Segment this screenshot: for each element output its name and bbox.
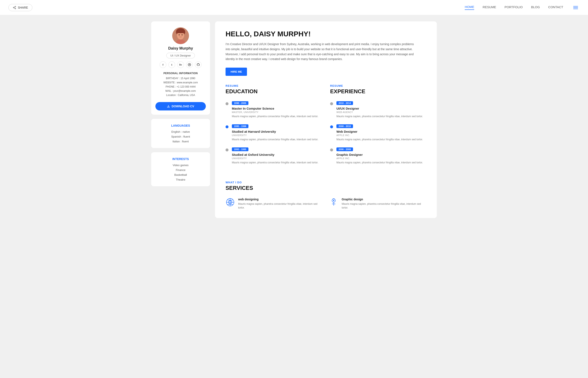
education-item-2: 1993 - 1995 Studied at Oxford University… [226, 147, 322, 164]
service-graphic-desc: Mauris magna sapien, pharetra consectetu… [342, 202, 426, 210]
exp-dot-2 [330, 148, 333, 151]
exp-badge-2: 2006 - 2008 [336, 148, 353, 151]
education-title: EDUCATION [226, 88, 322, 95]
exp-desc-1: Mauris magna sapien, pharetra consectetu… [336, 137, 426, 141]
timeline-content-0: 1998 - 2005 Master In Computer Science M… [232, 101, 322, 118]
language-english: English : native [171, 130, 190, 133]
svg-line-4 [14, 7, 15, 7]
exp-desc-0: Mauris magna sapien, pharetra consectetu… [336, 114, 426, 118]
svg-point-0 [15, 6, 16, 7]
experience-label: RESUME [330, 84, 426, 87]
exp-content-2: 2006 - 2008 Graphic Designer Apple Inc. … [336, 147, 426, 164]
github-icon[interactable] [195, 61, 201, 68]
profile-name: Daisy Murphy [168, 46, 193, 51]
exp-role-1: Web Designer [336, 130, 426, 133]
nav-portfolio[interactable]: PORTFOLIO [505, 5, 523, 10]
hamburger-menu[interactable] [572, 4, 580, 11]
svg-point-1 [13, 7, 14, 8]
service-web-design: web designing Mauris magna sapien, phare… [226, 198, 323, 210]
education-label: RESUME [226, 84, 322, 87]
experience-item-2: 2006 - 2008 Graphic Designer Apple Inc. … [330, 147, 426, 164]
share-icon [13, 6, 16, 9]
exp-content-1: 2008 - 2010 Web Designer Apple Inc. Maur… [336, 124, 426, 141]
hamburger-line-1 [573, 6, 578, 7]
exp-sub-0: Web Agency [336, 111, 426, 113]
interests-title: INTERESTS [173, 157, 189, 161]
exp-dot-1 [330, 125, 333, 128]
edu-desc-1: Mauris magna sapien, pharetra consectetu… [232, 137, 322, 141]
service-web-info: web designing Mauris magna sapien, phare… [238, 198, 323, 210]
share-button[interactable]: SHARE [8, 4, 32, 11]
dribbble-icon[interactable] [186, 61, 193, 68]
svg-point-9 [179, 34, 180, 36]
exp-dot-0 [330, 102, 333, 105]
exp-role-0: UI/UX Designer [336, 107, 426, 110]
main-content: HELLO, DAISY MURPHY! I'm Creative Direct… [215, 21, 437, 218]
interest-finance: Finance [176, 168, 186, 172]
hello-title: HELLO, DAISY MURPHY! [226, 30, 426, 38]
layout: Daisy Murphy UI / UX Designer f t Be PER… [147, 15, 441, 224]
edu-sub-2: UNIVERSITY [232, 157, 322, 160]
language-italian: Italian : fluent [173, 140, 188, 143]
interests-card: INTERESTS Video games Finance Basketball… [151, 152, 210, 186]
birthday-info: BIRTHDAY : 15 April 1990 [155, 77, 206, 80]
svg-point-2 [15, 8, 16, 9]
service-web-desc: Mauris magna sapien, pharetra consectetu… [238, 202, 323, 210]
topnav: SHARE HOME RESUME PORTFOLIO BLOG CONTACT [0, 0, 588, 15]
resume-grid: RESUME EDUCATION 1998 - 2005 Master In C… [226, 84, 426, 170]
services-title: SERVICES [226, 185, 426, 191]
phone-info: PHONE : +1 123 000 4444 [155, 85, 206, 88]
share-label: SHARE [18, 6, 28, 9]
hamburger-line-2 [573, 7, 578, 8]
experience-item-0: 2010 - 2014 UI/UX Designer Web Agency Ma… [330, 101, 426, 118]
service-graphic-name: Graphic design [342, 198, 426, 201]
timeline-content-2: 1993 - 1995 Studied at Oxford University… [232, 147, 322, 164]
nav-home[interactable]: HOME [465, 5, 474, 10]
website-info: WEBSITE : www.example.com [155, 81, 206, 84]
profile-card: Daisy Murphy UI / UX Designer f t Be PER… [151, 21, 210, 115]
exp-badge-0: 2010 - 2014 [336, 101, 353, 105]
twitter-icon[interactable]: t [168, 61, 175, 68]
svg-line-3 [14, 8, 15, 8]
interest-videogames: Video games [173, 163, 188, 167]
services-section: WHAT I DO SERVICES web designing Mauris … [226, 181, 426, 210]
graphic-design-icon [329, 198, 338, 207]
edu-sub-0: MASTER, UNIVERSITY [232, 111, 322, 113]
edu-sub-1: UNIVERSITY [232, 134, 322, 136]
timeline-content-1: 1995 - 1998 Studied at Harvard Universit… [232, 124, 322, 141]
service-graphic-info: Graphic design Mauris magna sapien, phar… [342, 198, 426, 210]
edu-badge-1: 1995 - 1998 [232, 124, 248, 128]
exp-sub-2: Apple Inc. [336, 157, 426, 160]
languages-title: LANGUAGES [171, 124, 190, 127]
experience-item-1: 2008 - 2010 Web Designer Apple Inc. Maur… [330, 124, 426, 141]
location-info: Location : California, USA [155, 94, 206, 97]
services-grid: web designing Mauris magna sapien, phare… [226, 198, 426, 210]
education-item-1: 1995 - 1998 Studied at Harvard Universit… [226, 124, 322, 141]
social-icons: f t Be [160, 61, 201, 68]
nav-blog[interactable]: BLOG [531, 5, 540, 10]
edu-badge-2: 1993 - 1995 [232, 148, 248, 151]
mail-info: MAIL : your@example.com [155, 89, 206, 92]
facebook-icon[interactable]: f [160, 61, 166, 68]
hire-me-button[interactable]: HIRE ME [226, 68, 247, 76]
profile-role: UI / UX Designer [166, 53, 195, 58]
download-icon [167, 105, 170, 108]
download-label: DOWNLOAD CV [172, 105, 194, 108]
behance-icon[interactable]: Be [177, 61, 184, 68]
nav-resume[interactable]: RESUME [482, 5, 496, 10]
edu-role-1: Studied at Harvard University [232, 130, 322, 133]
edu-desc-0: Mauris magna sapien, pharetra consectetu… [232, 114, 322, 118]
services-label: WHAT I DO [226, 181, 426, 184]
download-cv-button[interactable]: DOWNLOAD CV [155, 102, 206, 110]
intro-text: I'm Creative Director and UI/UX Designer… [226, 42, 414, 62]
exp-sub-1: Apple Inc. [336, 134, 426, 136]
service-web-name: web designing [238, 198, 323, 201]
avatar [172, 27, 189, 44]
hamburger-line-3 [573, 9, 578, 9]
avatar-image [172, 27, 189, 44]
exp-role-2: Graphic Designer [336, 153, 426, 156]
personal-info-title: PERSONAL INFORMATION [155, 72, 206, 75]
nav-contact[interactable]: CONTACT [548, 5, 563, 10]
interest-basketball: Basketball [174, 173, 187, 176]
svg-point-10 [182, 34, 183, 36]
